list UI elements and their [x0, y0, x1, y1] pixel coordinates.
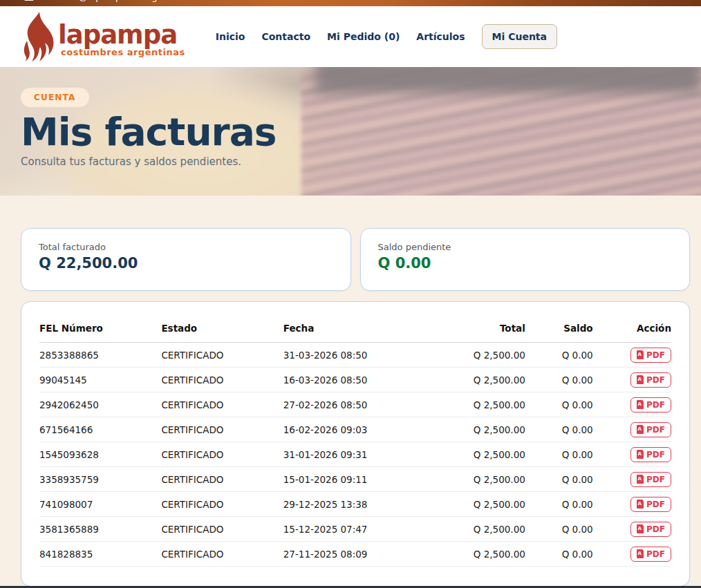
- pending-balance-value: Q 0.00: [378, 255, 673, 272]
- cell-fel-numero: 2853388865: [39, 343, 161, 368]
- site-header: lapampa costumbres argentinas Inicio Con…: [0, 6, 701, 67]
- col-header-estado: Estado: [161, 317, 283, 343]
- cell-fel-numero: 1545093628: [39, 442, 161, 467]
- contact-email[interactable]: contacto@lapampa.com.gt: [39, 0, 161, 4]
- col-header-total: Total: [445, 317, 525, 343]
- cell-fel-numero: 3358935759: [39, 467, 161, 492]
- col-header-saldo: Saldo: [525, 317, 593, 343]
- total-invoiced-label: Total facturado: [39, 242, 333, 252]
- cell-saldo: Q 0.00: [525, 343, 593, 368]
- pdf-file-icon: [637, 524, 644, 533]
- page-title: Mis facturas: [21, 113, 701, 151]
- nav-item-articulos[interactable]: Artículos: [416, 31, 465, 42]
- cell-total: Q 2,500.00: [445, 442, 525, 467]
- pdf-button-label: PDF: [646, 375, 665, 385]
- nav-item-mi-cuenta[interactable]: Mi Cuenta: [482, 24, 557, 49]
- download-pdf-button[interactable]: PDF: [630, 348, 671, 363]
- cell-fecha: 31-01-2026 09:31: [283, 442, 445, 467]
- cell-total: Q 2,500.00: [445, 517, 525, 542]
- cell-estado: CERTIFICADO: [161, 517, 283, 542]
- total-invoiced-value: Q 22,500.00: [39, 255, 333, 272]
- download-pdf-button[interactable]: PDF: [630, 447, 671, 462]
- cell-saldo: Q 0.00: [525, 417, 593, 442]
- table-row: 741098007 CERTIFICADO 29-12-2025 13:38 Q…: [39, 492, 671, 517]
- pdf-button-label: PDF: [646, 450, 665, 459]
- cell-fel-numero: 3581365889: [39, 517, 161, 542]
- cell-fel-numero: 671564166: [39, 417, 161, 442]
- logo[interactable]: lapampa costumbres argentinas: [21, 12, 185, 61]
- total-invoiced-card: Total facturado Q 22,500.00: [21, 228, 351, 291]
- table-row: 99045145 CERTIFICADO 16-03-2026 08:50 Q …: [39, 368, 671, 392]
- cell-saldo: Q 0.00: [525, 467, 593, 492]
- cell-total: Q 2,500.00: [445, 417, 525, 442]
- col-header-fecha: Fecha: [283, 317, 445, 343]
- download-pdf-button[interactable]: PDF: [630, 372, 671, 388]
- logo-name: lapampa: [58, 24, 185, 46]
- cell-total: Q 2,500.00: [445, 368, 525, 392]
- cell-total: Q 2,500.00: [445, 492, 525, 517]
- cell-total: Q 2,500.00: [445, 392, 525, 417]
- pdf-button-label: PDF: [646, 549, 665, 559]
- invoices-table-card: FEL Número Estado Fecha Total Saldo Acci…: [21, 301, 690, 587]
- topbar: contacto@lapampa.com.gt: [0, 0, 701, 6]
- cell-saldo: Q 0.00: [525, 517, 593, 542]
- table-row: 3581365889 CERTIFICADO 15-12-2025 07:47 …: [39, 517, 671, 542]
- envelope-icon: [24, 0, 34, 1]
- pdf-file-icon: [637, 375, 644, 384]
- table-row: 841828835 CERTIFICADO 27-11-2025 08:09 Q…: [39, 542, 671, 567]
- cell-estado: CERTIFICADO: [161, 442, 283, 467]
- nav-item-inicio[interactable]: Inicio: [216, 31, 245, 42]
- pdf-file-icon: [637, 475, 644, 484]
- cell-total: Q 2,500.00: [445, 542, 525, 567]
- cell-fecha: 16-03-2026 08:50: [283, 368, 445, 392]
- account-badge: CUENTA: [21, 88, 89, 107]
- cell-fel-numero: 741098007: [39, 492, 161, 517]
- cell-estado: CERTIFICADO: [161, 417, 283, 442]
- page-subtitle: Consulta tus facturas y saldos pendiente…: [21, 155, 701, 168]
- cell-fecha: 29-12-2025 13:38: [283, 492, 445, 517]
- pdf-button-label: PDF: [646, 500, 665, 509]
- cell-estado: CERTIFICADO: [161, 343, 283, 368]
- cell-fecha: 27-02-2026 08:50: [283, 392, 445, 417]
- cell-total: Q 2,500.00: [445, 343, 525, 368]
- cell-estado: CERTIFICADO: [161, 368, 283, 392]
- pdf-button-label: PDF: [646, 475, 665, 484]
- pdf-file-icon: [637, 350, 644, 359]
- cell-total: Q 2,500.00: [445, 467, 525, 492]
- download-pdf-button[interactable]: PDF: [630, 522, 671, 537]
- nav-item-contacto[interactable]: Contacto: [261, 31, 310, 42]
- download-pdf-button[interactable]: PDF: [630, 547, 671, 562]
- table-header-row: FEL Número Estado Fecha Total Saldo Acci…: [39, 317, 671, 343]
- col-header-accion: Acción: [593, 317, 671, 343]
- download-pdf-button[interactable]: PDF: [630, 472, 671, 487]
- cell-fecha: 16-02-2026 09:03: [283, 417, 445, 442]
- table-row: 3358935759 CERTIFICADO 15-01-2026 09:11 …: [39, 467, 671, 492]
- cell-saldo: Q 0.00: [525, 442, 593, 467]
- table-row: 671564166 CERTIFICADO 16-02-2026 09:03 Q…: [39, 417, 671, 442]
- download-pdf-button[interactable]: PDF: [630, 397, 671, 412]
- cell-fecha: 15-01-2026 09:11: [283, 467, 445, 492]
- main-content: Total facturado Q 22,500.00 Saldo pendie…: [0, 196, 701, 587]
- cell-fel-numero: 99045145: [39, 368, 161, 392]
- pdf-file-icon: [637, 549, 644, 558]
- cell-saldo: Q 0.00: [525, 368, 593, 392]
- pdf-file-icon: [637, 400, 644, 409]
- flame-icon: [21, 12, 57, 61]
- main-nav: Inicio Contacto Mi Pedido (0) Artículos …: [216, 6, 557, 67]
- cell-saldo: Q 0.00: [525, 542, 593, 567]
- download-pdf-button[interactable]: PDF: [630, 422, 671, 437]
- pdf-button-label: PDF: [646, 524, 665, 534]
- pdf-button-label: PDF: [646, 425, 665, 435]
- download-pdf-button[interactable]: PDF: [630, 497, 671, 512]
- cell-fecha: 15-12-2025 07:47: [283, 517, 445, 542]
- table-row: 1545093628 CERTIFICADO 31-01-2026 09:31 …: [39, 442, 671, 467]
- cell-fecha: 31-03-2026 08:50: [283, 343, 445, 368]
- nav-item-mi-pedido[interactable]: Mi Pedido (0): [327, 31, 400, 42]
- pdf-file-icon: [637, 450, 644, 459]
- cell-fel-numero: 2942062450: [39, 392, 161, 417]
- cell-saldo: Q 0.00: [525, 392, 593, 417]
- table-row: 2853388865 CERTIFICADO 31-03-2026 08:50 …: [39, 343, 671, 368]
- cell-estado: CERTIFICADO: [161, 492, 283, 517]
- cell-estado: CERTIFICADO: [161, 392, 283, 417]
- cell-estado: CERTIFICADO: [161, 467, 283, 492]
